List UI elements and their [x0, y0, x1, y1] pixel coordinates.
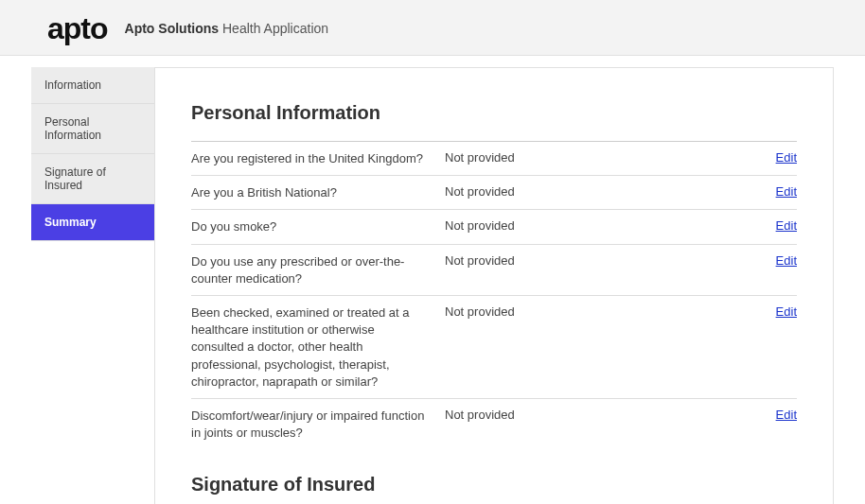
section-heading-signature-of-insured: Signature of Insured — [191, 474, 797, 495]
app-header: apto Apto Solutions Health Application — [0, 0, 865, 56]
sidebar-item-information[interactable]: Information — [31, 67, 154, 104]
logo: apto — [47, 13, 108, 43]
sidebar-item-label: Information — [44, 78, 101, 92]
main-content: Personal Information Are you registered … — [154, 67, 834, 504]
summary-question: Discomfort/wear/injury or impaired funct… — [191, 408, 445, 442]
section-heading-personal-information: Personal Information — [191, 102, 797, 124]
summary-row: Do you smoke? Not provided Edit — [191, 209, 797, 243]
logo-text: apto — [47, 13, 108, 43]
summary-answer: Not provided — [445, 408, 625, 422]
edit-link[interactable]: Edit — [776, 150, 797, 165]
summary-question: Do you use any prescribed or over-the-co… — [191, 253, 445, 287]
sidebar-item-signature-of-insured[interactable]: Signature of Insured — [31, 154, 154, 204]
summary-answer: Not provided — [445, 304, 625, 319]
header-title-bold: Apto Solutions — [125, 21, 220, 36]
summary-question: Do you smoke? — [191, 218, 445, 235]
edit-link[interactable]: Edit — [776, 184, 797, 199]
summary-question: Are you a British National? — [191, 184, 445, 201]
header-title-rest: Health Application — [222, 21, 328, 36]
edit-link[interactable]: Edit — [776, 304, 797, 319]
page-body: Information Personal Information Signatu… — [31, 56, 834, 504]
header-title: Apto Solutions Health Application — [125, 21, 329, 36]
summary-answer: Not provided — [445, 218, 625, 233]
sidebar-item-summary[interactable]: Summary — [31, 204, 154, 241]
summary-row: Are you registered in the United Kingdom… — [191, 141, 797, 175]
summary-question: Are you registered in the United Kingdom… — [191, 150, 445, 167]
sidebar-item-label: Signature of Insured — [44, 165, 106, 192]
sidebar-item-label: Personal Information — [44, 115, 101, 142]
summary-row: Discomfort/wear/injury or impaired funct… — [191, 398, 797, 449]
edit-link[interactable]: Edit — [776, 408, 797, 422]
summary-row: Been checked, examined or treated at a h… — [191, 295, 797, 398]
sidebar: Information Personal Information Signatu… — [31, 67, 154, 504]
summary-row: Do you use any prescribed or over-the-co… — [191, 244, 797, 295]
sidebar-item-label: Summary — [44, 216, 97, 229]
edit-link[interactable]: Edit — [776, 253, 797, 268]
edit-link[interactable]: Edit — [776, 218, 797, 233]
summary-answer: Not provided — [445, 184, 625, 199]
summary-row: Are you a British National? Not provided… — [191, 175, 797, 209]
summary-question: Been checked, examined or treated at a h… — [191, 304, 445, 391]
summary-answer: Not provided — [445, 150, 625, 165]
summary-answer: Not provided — [445, 253, 625, 268]
sidebar-item-personal-information[interactable]: Personal Information — [31, 104, 154, 154]
